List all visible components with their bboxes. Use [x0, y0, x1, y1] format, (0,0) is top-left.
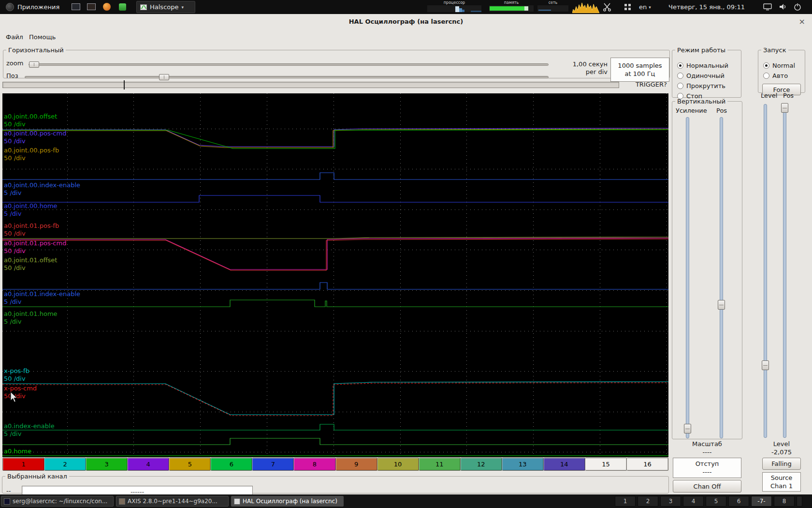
- workspace-button-6[interactable]: 6: [728, 496, 749, 507]
- samples-rate: at 100 Гц: [625, 70, 655, 78]
- scissors-icon[interactable]: [602, 2, 612, 12]
- radio-option-Авто[interactable]: Авто: [763, 71, 795, 81]
- scope-channel-label-x-pos-cmd: x-pos-cmd50 /div: [4, 385, 37, 400]
- channel-button-14[interactable]: 14: [544, 458, 585, 471]
- channel-button-16[interactable]: 16: [627, 458, 668, 471]
- taskbar-window-button[interactable]: AXIS 2.8.0~pre1-144~g9a20...: [116, 496, 229, 507]
- radio-circle-icon[interactable]: [677, 83, 683, 89]
- trigger-pos-slider-handle[interactable]: [781, 103, 788, 113]
- workspace-button-4[interactable]: 4: [683, 496, 704, 507]
- channel-button-15[interactable]: 15: [585, 458, 627, 471]
- trigger-pos-col-label: Pos: [783, 92, 794, 99]
- samples-box[interactable]: 1000 samples at 100 Гц: [610, 58, 669, 82]
- workspace-button-3[interactable]: 3: [660, 496, 681, 507]
- zoom-slider-track[interactable]: [29, 63, 549, 66]
- scope-channel-label-a0.joint.01.offset: a0.joint.01.offset50 /div: [4, 256, 57, 272]
- channel-button-2[interactable]: 2: [44, 458, 86, 471]
- taskbar-window-button[interactable]: serg@lasercnc: ~/linuxcnc/con...: [1, 496, 114, 507]
- trigger-edge-button[interactable]: Falling: [762, 458, 801, 470]
- memory-usage-bar: [489, 5, 534, 12]
- chevron-down-icon: ▾: [181, 5, 184, 10]
- show-desktop-button[interactable]: [797, 496, 802, 507]
- halscope-panel-button[interactable]: Halscope ▾: [136, 1, 195, 13]
- channel-button-10[interactable]: 10: [377, 458, 419, 471]
- selected-channel-dash: --: [6, 487, 11, 494]
- pos-slider-handle[interactable]: [159, 74, 169, 80]
- launcher-browser-icon[interactable]: [102, 2, 112, 12]
- channel-button-7[interactable]: 7: [252, 458, 294, 471]
- applications-menu[interactable]: Приложения: [2, 0, 63, 14]
- scope-channel-label-a0.joint.01.pos-cmd: a0.joint.01.pos-cmd50 /div: [4, 239, 66, 255]
- power-icon[interactable]: [793, 2, 802, 12]
- channel-button-5[interactable]: 5: [169, 458, 211, 471]
- horizontal-group: Горизонтальный zoom Поз 1,00 секун per d…: [3, 46, 670, 78]
- trigger-level-slider-handle[interactable]: [762, 360, 769, 370]
- radio-option-Прокрутить[interactable]: Прокрутить: [677, 81, 728, 91]
- display-icon[interactable]: [763, 2, 772, 12]
- channel-button-4[interactable]: 4: [128, 458, 169, 471]
- channel-button-8[interactable]: 8: [294, 458, 335, 471]
- trigger-source-box[interactable]: Source Chan 1: [762, 472, 801, 492]
- scope-channel-label-a0.joint.00.pos-fb: a0.joint.00.pos-fb50 /div: [4, 147, 59, 162]
- close-icon[interactable]: ×: [799, 17, 805, 26]
- scope-channel-label-a0.home: a0.home: [4, 448, 31, 455]
- offset-value: ----: [703, 468, 712, 476]
- channel-button-1[interactable]: 1: [2, 458, 44, 471]
- channel-button-13[interactable]: 13: [502, 458, 544, 471]
- trigger-position-bar[interactable]: [2, 82, 619, 88]
- radio-option-Одиночный[interactable]: Одиночный: [677, 71, 728, 81]
- menu-help[interactable]: Помощь: [29, 33, 56, 41]
- radio-circle-icon[interactable]: [677, 62, 683, 69]
- workspace-button-2[interactable]: 2: [638, 496, 658, 507]
- scope-display[interactable]: a0.joint.00.offset50 /diva0.joint.00.pos…: [2, 93, 668, 457]
- launcher-icon-1[interactable]: [71, 2, 81, 12]
- channel-button-9[interactable]: 9: [336, 458, 377, 471]
- history-graph-icon[interactable]: [572, 1, 599, 13]
- channel-button-6[interactable]: 6: [211, 458, 252, 471]
- trigger-pos-slider-track[interactable]: [783, 104, 786, 438]
- volume-icon[interactable]: [778, 2, 788, 12]
- run-mode-legend: Режим работы: [675, 46, 727, 54]
- taskbar-window-icon: [234, 498, 240, 505]
- panel-clock[interactable]: Четверг, 15 янв., 09:11: [667, 0, 746, 14]
- trigger-position-marker[interactable]: [124, 80, 125, 90]
- radio-circle-icon[interactable]: [677, 73, 683, 79]
- vertical-pos-slider-handle[interactable]: [718, 300, 725, 310]
- radio-circle-icon[interactable]: [763, 73, 769, 79]
- launcher-icon-2[interactable]: [86, 2, 97, 12]
- trigger-source-value: Chan 1: [770, 482, 793, 490]
- trigger-level-slider-track[interactable]: [764, 104, 767, 438]
- browser-icon: [103, 3, 111, 11]
- gain-slider-track[interactable]: [686, 117, 689, 438]
- cpu-monitor-applet[interactable]: процессор: [427, 0, 481, 14]
- vertical-pos-slider-track[interactable]: [720, 117, 723, 438]
- channel-button-3[interactable]: 3: [86, 458, 128, 471]
- radio-option-Normal[interactable]: Normal: [763, 60, 795, 71]
- scope-channel-label-a0.joint.00.offset: a0.joint.00.offset50 /div: [4, 113, 57, 128]
- workspace-button-5[interactable]: 5: [706, 496, 726, 507]
- halscope-window: HAL Осциллограф (на lasercnc) × Файл Пом…: [0, 14, 812, 494]
- workspace-button-1[interactable]: 1: [615, 496, 636, 507]
- launcher-app-icon[interactable]: [117, 2, 128, 12]
- vertical-pos-label: Pos: [716, 107, 727, 114]
- chan-off-button[interactable]: Chan Off: [673, 480, 741, 493]
- titlebar[interactable]: HAL Осциллограф (на lasercnc) ×: [0, 14, 812, 30]
- gain-slider-handle[interactable]: [684, 424, 691, 433]
- workspace-grid-icon[interactable]: [624, 4, 631, 11]
- pos-slider-track[interactable]: [25, 76, 549, 78]
- memory-monitor-applet[interactable]: память: [489, 0, 534, 14]
- network-monitor-applet[interactable]: сеть: [537, 0, 568, 14]
- menu-file[interactable]: Файл: [6, 33, 23, 41]
- keyboard-layout-indicator[interactable]: en▾: [639, 0, 651, 14]
- scope-labels: a0.joint.00.offset50 /diva0.joint.00.pos…: [2, 93, 668, 457]
- workspace-button--7-[interactable]: -7-: [751, 496, 772, 507]
- taskbar-window-button[interactable]: HAL Осциллограф (на lasercnc): [231, 496, 344, 507]
- menubar: Файл Помощь: [0, 30, 812, 44]
- zoom-slider-handle[interactable]: [29, 61, 39, 68]
- radio-option-Нормальный[interactable]: Нормальный: [677, 60, 728, 71]
- workspace-button-8[interactable]: 8: [774, 496, 795, 507]
- offset-box[interactable]: Отступ ----: [673, 458, 741, 478]
- channel-button-12[interactable]: 12: [461, 458, 502, 471]
- channel-button-11[interactable]: 11: [419, 458, 461, 471]
- radio-circle-icon[interactable]: [763, 62, 769, 69]
